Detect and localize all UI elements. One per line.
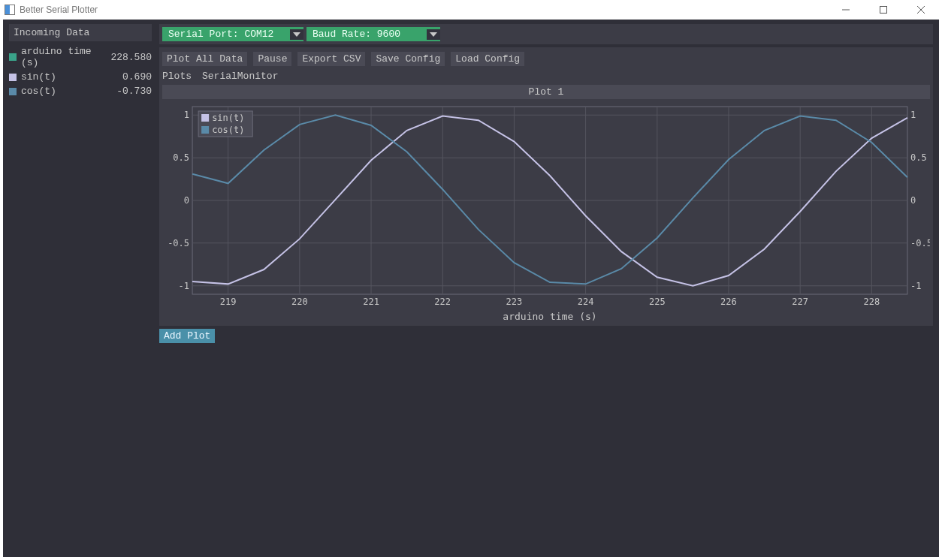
plot-title: Plot 1 <box>162 85 930 99</box>
app-icon <box>5 5 15 15</box>
tab-plots[interactable]: Plots <box>162 71 192 82</box>
svg-rect-0 <box>880 7 887 14</box>
svg-text:228: 228 <box>863 297 880 307</box>
svg-text:227: 227 <box>792 297 808 307</box>
svg-text:219: 219 <box>220 297 237 307</box>
tabs: Plots SerialMonitor <box>162 69 930 85</box>
sidebar-item-value: 228.580 <box>110 52 152 63</box>
svg-text:0: 0 <box>184 195 189 206</box>
svg-text:1: 1 <box>910 110 916 120</box>
svg-text:224: 224 <box>578 297 594 307</box>
svg-text:222: 222 <box>434 297 451 307</box>
plot-area[interactable]: 110.50.500-0.5-0.5-1-1219220221222223224… <box>162 99 930 324</box>
sidebar-item-value: 0.690 <box>116 71 152 83</box>
svg-text:220: 220 <box>291 297 308 307</box>
chevron-down-icon[interactable] <box>427 29 440 40</box>
svg-rect-41 <box>201 126 209 134</box>
export-csv-button[interactable]: Export CSV <box>297 52 365 66</box>
svg-text:0.5: 0.5 <box>910 152 927 163</box>
svg-text:0.5: 0.5 <box>173 152 189 163</box>
connection-bar: Serial Port: COM12 Baud Rate: 9600 <box>159 24 933 44</box>
plot-all-button[interactable]: Plot All Data <box>162 52 247 66</box>
add-plot-button[interactable]: Add Plot <box>159 329 215 343</box>
svg-text:0: 0 <box>910 195 916 206</box>
color-swatch <box>9 74 17 81</box>
serial-port-label: Serial Port: COM12 <box>162 27 290 41</box>
sidebar-item-value: -0.730 <box>116 86 152 97</box>
svg-text:-0.5: -0.5 <box>910 238 930 248</box>
sidebar-item[interactable]: arduino time (s)228.580 <box>9 44 152 70</box>
window-titlebar: Better Serial Plotter <box>0 0 942 20</box>
svg-text:221: 221 <box>363 297 379 307</box>
svg-text:arduino time (s): arduino time (s) <box>503 311 596 322</box>
load-config-button[interactable]: Load Config <box>451 52 524 66</box>
sidebar-item-name: cos(t) <box>21 86 110 97</box>
svg-text:1: 1 <box>184 110 189 120</box>
pause-button[interactable]: Pause <box>253 52 291 66</box>
tab-serial-monitor[interactable]: SerialMonitor <box>202 71 278 82</box>
color-swatch <box>9 88 17 95</box>
color-swatch <box>9 53 17 61</box>
minimize-button[interactable] <box>829 0 862 20</box>
serial-port-dropdown[interactable]: Serial Port: COM12 <box>162 27 303 41</box>
chevron-down-icon[interactable] <box>290 29 303 40</box>
plot-panel: Plot All Data Pause Export CSV Save Conf… <box>159 47 933 326</box>
svg-text:223: 223 <box>506 297 523 307</box>
svg-text:-1: -1 <box>910 281 921 291</box>
close-button[interactable] <box>904 0 937 20</box>
sidebar-item-name: arduino time (s) <box>21 46 104 68</box>
sidebar-item[interactable]: cos(t)-0.730 <box>9 84 152 98</box>
toolbar: Plot All Data Pause Export CSV Save Conf… <box>162 50 930 69</box>
svg-rect-39 <box>201 114 209 122</box>
svg-text:226: 226 <box>720 297 737 307</box>
maximize-button[interactable] <box>867 0 900 20</box>
svg-text:225: 225 <box>649 297 666 307</box>
sidebar-item-name: sin(t) <box>21 71 110 83</box>
svg-text:-1: -1 <box>179 281 189 291</box>
sidebar-item[interactable]: sin(t)0.690 <box>9 70 152 84</box>
baud-rate-dropdown[interactable]: Baud Rate: 9600 <box>306 27 440 41</box>
window-title: Better Serial Plotter <box>20 5 98 15</box>
sidebar-header: Incoming Data <box>9 24 152 41</box>
save-config-button[interactable]: Save Config <box>371 52 445 66</box>
svg-text:sin(t): sin(t) <box>212 113 244 123</box>
sidebar: Incoming Data arduino time (s)228.580sin… <box>3 20 153 557</box>
baud-rate-label: Baud Rate: 9600 <box>306 27 427 41</box>
svg-text:cos(t): cos(t) <box>212 125 244 135</box>
svg-text:-0.5: -0.5 <box>168 238 189 248</box>
